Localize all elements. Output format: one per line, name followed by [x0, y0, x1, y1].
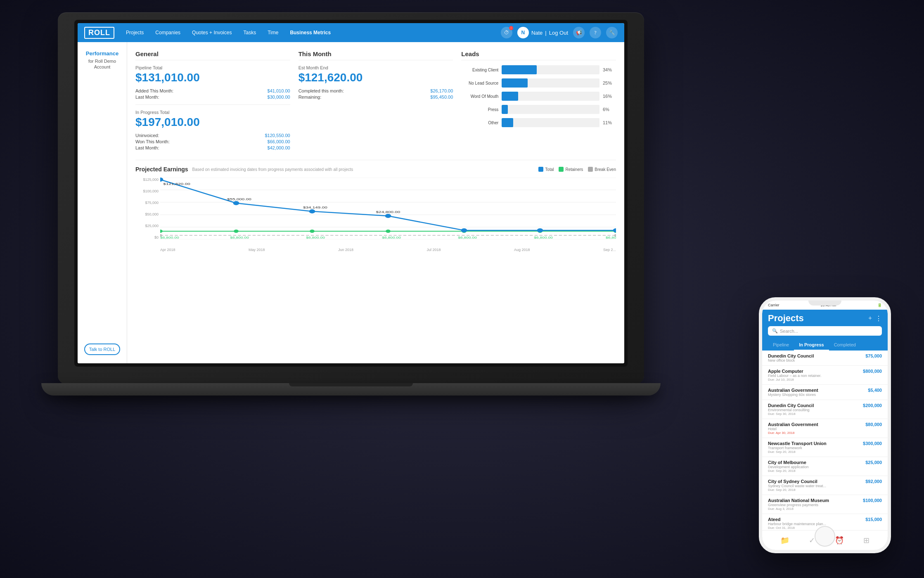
est-value: $121,620.00 — [299, 71, 453, 84]
phone-inner: Carrier 10:43 AM 🔋 Projects + ⋮ 🔍 Search… — [762, 301, 888, 550]
talk-to-roll-button[interactable]: Talk to ROLL — [84, 343, 121, 355]
uninvoiced-value: $120,550.00 — [265, 133, 290, 138]
svg-text:$6,800.00: $6,800.00 — [534, 236, 553, 239]
phone-list-item[interactable]: City of Sydney Council Sydney Council wa… — [762, 476, 888, 495]
last-month2-row: Last Month: $42,000.00 — [135, 145, 290, 150]
laptop: ROLL Projects Companies Quotes + Invoice… — [58, 12, 644, 409]
phone-item-right: $25,000 — [865, 460, 882, 465]
phone-list-item[interactable]: Australian National Museum Greenview pro… — [762, 495, 888, 514]
chart-legend: Total Retainers Break Even — [538, 167, 616, 172]
phone-tab-completed[interactable]: Completed — [829, 340, 861, 351]
phone-nav-check[interactable]: ✓ — [809, 536, 815, 545]
megaphone-icon[interactable]: 📢 — [573, 27, 585, 38]
app-nav: ROLL Projects Companies Quotes + Invoice… — [78, 23, 624, 42]
user-name: Nate — [531, 30, 543, 36]
phone-item-due: Due: Sep 20, 2018 — [768, 450, 827, 454]
pipeline-value: $131,010.00 — [135, 71, 290, 84]
last-month2-value: $42,000.00 — [268, 145, 290, 150]
lead-bar-wrap — [502, 92, 599, 101]
phone-add-icon[interactable]: + — [868, 315, 872, 322]
svg-text:$6,800.00: $6,800.00 — [306, 236, 325, 239]
phone-search[interactable]: 🔍 Search... — [768, 326, 882, 336]
nav-quotes[interactable]: Quotes + Invoices — [187, 28, 237, 37]
phone-item-company: Ateed — [768, 517, 826, 522]
svg-point-16 — [160, 178, 163, 182]
svg-text:$6,800.00: $6,800.00 — [606, 236, 616, 239]
phone-home-button[interactable] — [815, 526, 835, 547]
nav-companies[interactable]: Companies — [150, 28, 185, 37]
nav-tasks[interactable]: Tasks — [238, 28, 261, 37]
phone-list-item[interactable]: Dunedin City Council New office block $7… — [762, 351, 888, 366]
phone-item-left: City of Sydney Council Sydney Council wa… — [768, 479, 826, 492]
lead-row: Word Of Mouth 16% — [461, 92, 616, 101]
nav-projects[interactable]: Projects — [121, 28, 149, 37]
main-content: General Pipeline Total $131,010.00 Added… — [127, 42, 624, 363]
legend-retainers: Retainers — [559, 167, 583, 172]
chart-title: Projected Earnings — [135, 166, 188, 173]
app-body: Performance for Roll Demo Account Talk t… — [78, 42, 624, 363]
phone-list-item[interactable]: Apple Computer Field Labour – as a non r… — [762, 366, 888, 385]
added-value: $41,010.00 — [268, 88, 290, 93]
svg-point-20 — [461, 228, 467, 232]
phone-list-item[interactable]: Dunedin City Council Environmental consu… — [762, 400, 888, 419]
added-label: Added This Month: — [135, 88, 173, 93]
logout-link[interactable]: Log Out — [549, 30, 568, 36]
help-icon[interactable]: ? — [590, 27, 601, 38]
x-label-jul: Jul 2018 — [426, 248, 441, 252]
lead-label: Existing Client — [461, 68, 498, 72]
laptop-body: ROLL Projects Companies Quotes + Invoice… — [58, 12, 644, 384]
won-value: $66,000.00 — [268, 139, 290, 144]
phone-item-company: Dunedin City Council — [768, 353, 814, 358]
phone-item-right: $5,400 — [868, 388, 882, 393]
lead-bar — [502, 65, 537, 74]
in-progress-label: In Progress Total — [135, 110, 290, 115]
completed-row: Completed this month: $26,170.00 — [299, 88, 453, 93]
phone-item-due: Due: Sep 20, 2018 — [768, 488, 826, 492]
y-label-125k: $125,000 — [135, 178, 160, 182]
last-month2-label: Last Month: — [135, 145, 159, 150]
lead-row: Other 11% — [461, 118, 616, 127]
phone-item-desc: Environmental consulting — [768, 408, 814, 412]
phone-item-company: Dunedin City Council — [768, 403, 814, 408]
phone-list-item[interactable]: City of Melbourne Development applicatio… — [762, 457, 888, 476]
lead-bar — [502, 105, 508, 114]
lead-bar-wrap — [502, 78, 599, 88]
x-label-aug: Aug 2018 — [514, 248, 530, 252]
phone: Carrier 10:43 AM 🔋 Projects + ⋮ 🔍 Search… — [759, 297, 891, 553]
screen-bezel: ROLL Projects Companies Quotes + Invoice… — [74, 20, 628, 367]
completed-value: $26,170.00 — [430, 88, 453, 93]
phone-nav-folder[interactable]: 📁 — [780, 536, 789, 545]
phone-item-right: $75,000 — [865, 353, 882, 358]
settings-icon[interactable]: 🔧 — [606, 27, 618, 38]
app-logo[interactable]: ROLL — [84, 27, 114, 39]
phone-nav-clock[interactable]: ⏰ — [835, 536, 844, 545]
phone-item-due: Due: Sep 20, 2018 — [768, 469, 809, 473]
nav-business-metrics[interactable]: Business Metrics — [285, 28, 336, 37]
svg-point-22 — [613, 228, 616, 232]
svg-point-8 — [310, 230, 315, 233]
phone-tab-in-progress[interactable]: In Progress — [794, 340, 829, 351]
laptop-screen: ROLL Projects Companies Quotes + Invoice… — [78, 23, 624, 363]
phone-list-item[interactable]: Australian Government Hotel Due: Apr 30,… — [762, 419, 888, 438]
lead-row: Press 6% — [461, 105, 616, 114]
divider: | — [545, 30, 546, 36]
nav-time[interactable]: Time — [263, 28, 283, 37]
phone-item-desc: Transport framework — [768, 446, 827, 450]
phone-item-amount: $15,000 — [865, 517, 882, 522]
phone-nav-grid[interactable]: ⊞ — [863, 536, 870, 545]
won-this-month-row: Won This Month: $66,000.00 — [135, 139, 290, 144]
y-label-0: $0 — [135, 235, 160, 239]
phone-list-item[interactable]: Newcastle Transport Union Transport fram… — [762, 438, 888, 457]
legend-total: Total — [538, 167, 554, 172]
phone-list-item[interactable]: Australian Government Mystery Shopping 6… — [762, 385, 888, 400]
phone-menu-icon[interactable]: ⋮ — [875, 315, 882, 322]
this-month-section: This Month Est Month End $121,620.00 Com… — [299, 50, 453, 152]
leads-bars: Existing Client 34% No Lead Source 25% W… — [461, 65, 616, 127]
phone-tab-pipeline[interactable]: Pipeline — [768, 340, 794, 351]
legend-break-even-dot — [588, 167, 593, 172]
svg-text:$24,800.00: $24,800.00 — [376, 210, 400, 214]
lead-bar-wrap — [502, 118, 599, 127]
lead-bar-wrap — [502, 65, 599, 74]
timer-icon[interactable]: ⏱! — [501, 27, 512, 38]
phone-item-left: Ateed Harbour bridge maintenance plan...… — [768, 517, 826, 530]
